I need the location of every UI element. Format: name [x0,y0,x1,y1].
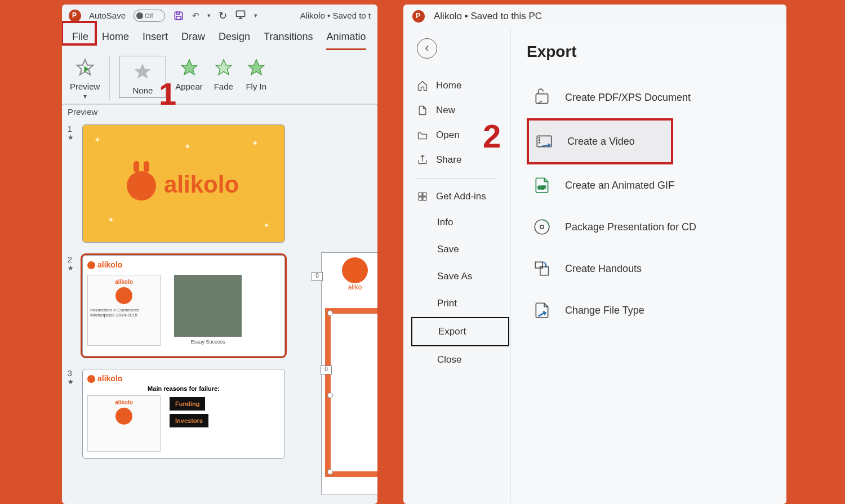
svg-point-18 [539,142,540,143]
annotation-step-2: 2 [483,117,501,155]
tab-animations[interactable]: Animatio [326,31,366,50]
nav-print[interactable]: Print [417,290,510,317]
svg-rect-2 [176,16,181,19]
export-create-video[interactable]: Create a Video [527,118,673,164]
autosave-toggle[interactable]: Off [134,10,165,22]
nav-save[interactable]: Save [417,236,510,263]
nav-info[interactable]: Info [417,209,510,236]
undo-icon[interactable]: ↶ [192,11,199,21]
tab-file[interactable]: File [72,31,88,50]
nav-get-addins[interactable]: Get Add-ins [417,184,510,209]
export-animated-gif[interactable]: GIF Create an Animated GIF [527,164,786,206]
redo-icon[interactable]: ↻ [219,10,227,22]
powerpoint-icon [412,10,425,23]
svg-marker-5 [84,66,89,72]
svg-rect-13 [423,197,426,200]
svg-marker-6 [135,64,150,79]
nav-save-as[interactable]: Save As [417,263,510,290]
export-package-cd[interactable]: Package Presentation for CD [527,206,786,248]
effect-fly-in[interactable]: Fly In [244,56,268,91]
svg-point-21 [540,225,544,229]
svg-marker-9 [248,60,264,75]
slide-thumbnail-1[interactable]: ✦✦ ✦✦ ✦ alikolo [82,124,285,243]
powerpoint-main-window: AutoSave Off ↶▾ ↻ ▾ Alikolo • Saved to t… [62,5,377,504]
person-photo [174,275,242,337]
title-bar: AutoSave Off ↶▾ ↻ ▾ Alikolo • Saved to t [62,5,377,24]
export-change-file-type[interactable]: Change File Type [527,289,786,331]
handouts-icon [532,259,552,278]
effect-appear[interactable]: Appear [175,56,202,91]
svg-point-16 [539,137,540,139]
svg-rect-1 [177,12,180,14]
backstage-title-bar: Alikolo • Saved to this PC [403,5,786,28]
nav-export[interactable]: Export [411,317,509,346]
mascot-icon [127,171,156,200]
present-icon[interactable] [235,9,246,22]
file-type-icon [532,301,552,320]
mascot-icon [342,257,368,283]
annotation-step-1: 1 [159,75,176,112]
tab-transitions[interactable]: Transitions [264,31,313,50]
powerpoint-backstage: Alikolo • Saved to this PC Home New Open… [403,5,786,504]
preview-group-label: Preview [68,107,377,117]
svg-rect-11 [423,193,426,196]
export-create-handouts[interactable]: Create Handouts [527,248,786,289]
gif-icon: GIF [532,176,552,195]
ribbon-tabs: File Home Insert Draw Design Transitions… [62,24,377,50]
svg-point-17 [539,140,540,141]
nav-close[interactable]: Close [417,346,510,373]
selected-shape[interactable]: 0 [325,308,377,477]
animation-star-icon: ★ [68,378,75,386]
effect-fade[interactable]: Fade [212,56,235,91]
document-title: Alikolo • Saved to this PC [434,11,542,22]
cd-icon [532,217,552,237]
video-icon [535,132,554,151]
animation-star-icon: ★ [68,133,75,141]
tab-design[interactable]: Design [219,31,250,50]
animation-ribbon: Preview ▾ None Appear Fade Fly In [62,50,377,105]
animation-star-icon: ★ [68,264,75,272]
svg-marker-7 [181,60,197,75]
export-pane: 2 Export Create PDF/XPS Document Create … [510,28,786,503]
powerpoint-icon [69,10,81,22]
export-pdf-xps[interactable]: Create PDF/XPS Document [527,77,786,118]
tab-insert[interactable]: Insert [143,31,168,50]
tab-draw[interactable]: Draw [181,31,205,50]
tab-home[interactable]: Home [102,31,129,50]
document-title: Alikolo • Saved to t [300,11,371,20]
svg-rect-3 [237,11,245,16]
preview-button[interactable]: Preview ▾ [70,56,110,100]
save-icon[interactable] [173,10,184,21]
export-heading: Export [527,43,786,61]
svg-marker-8 [216,60,232,75]
svg-rect-12 [419,197,422,200]
svg-rect-10 [419,193,422,196]
pdf-icon [532,88,552,107]
nav-home[interactable]: Home [417,73,510,98]
svg-rect-14 [536,94,548,104]
backstage-nav: Home New Open Share Get Add-ins Info Sav… [403,28,510,503]
slide-canvas[interactable]: 0 aliko 0 [321,252,377,494]
svg-text:GIF: GIF [538,185,546,190]
autosave-label: AutoSave [89,11,126,20]
back-button[interactable] [417,38,437,59]
slide-thumbnail-2[interactable]: alikolo alikolo Indonesian e-Commerce Ma… [82,255,285,356]
slide-thumbnail-3[interactable]: alikolo Main reasons for failure: alikol… [82,369,285,459]
